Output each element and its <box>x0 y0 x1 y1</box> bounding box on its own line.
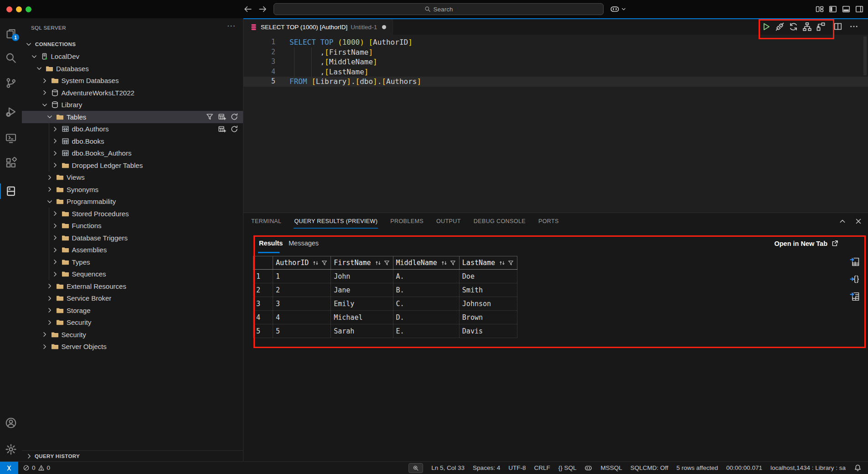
sort-updown-icon[interactable] <box>441 260 448 266</box>
estimated-plan-icon[interactable] <box>802 22 812 31</box>
more-actions-icon[interactable]: ··· <box>227 22 236 30</box>
grid-corner-cell[interactable] <box>253 256 273 270</box>
nav-forward-icon[interactable] <box>258 5 267 14</box>
grid-cell-lastname[interactable]: Brown <box>459 311 517 324</box>
chevron-right-icon[interactable] <box>41 89 48 96</box>
tree-item-stored-procedures[interactable]: Stored Procedures <box>22 208 243 220</box>
funnel-icon[interactable] <box>383 260 390 266</box>
tree-item-tables[interactable]: Tables <box>22 111 243 123</box>
activity-item-extensions[interactable] <box>0 155 22 171</box>
tree-item-connections[interactable]: CONNECTIONS <box>22 38 243 51</box>
command-center-search[interactable]: Search <box>274 3 604 15</box>
chevron-right-icon[interactable] <box>52 150 59 157</box>
tree-item-dbo-books-authors[interactable]: dbo.Books_Authors <box>22 147 243 160</box>
grid-cell-middlename[interactable]: B. <box>393 283 459 297</box>
grid-cell-middlename[interactable]: D. <box>393 311 459 324</box>
grid-cell-lastname[interactable]: Doe <box>459 270 517 283</box>
tree-item-security[interactable]: Security <box>22 317 243 329</box>
panel-tab-ports[interactable]: PORTS <box>538 214 559 229</box>
status-query-time[interactable]: 00:00:00.071 <box>726 464 762 471</box>
open-in-new-tab-button[interactable]: Open in New Tab <box>774 240 839 247</box>
funnel-icon[interactable] <box>507 260 514 266</box>
grid-column-header-firstname[interactable]: FirstName <box>331 256 393 270</box>
remote-indicator[interactable] <box>0 462 18 474</box>
tree-item-assemblies[interactable]: Assemblies <box>22 244 243 256</box>
chevron-right-icon[interactable] <box>41 331 48 338</box>
status-sqlcmd[interactable]: SQLCMD: Off <box>630 464 668 471</box>
chevron-right-icon[interactable] <box>46 282 53 290</box>
messages-tab[interactable]: Messages <box>289 240 319 247</box>
row-number-cell[interactable]: 4 <box>253 311 273 324</box>
filter-icon[interactable] <box>206 113 214 121</box>
tree-item-sequences[interactable]: Sequences <box>22 268 243 281</box>
copilot-menu[interactable] <box>610 4 626 14</box>
status-connection[interactable]: localhost,1434 : Library : sa <box>770 464 846 471</box>
chevron-down-icon[interactable] <box>36 65 43 72</box>
grid-row-3[interactable]: 33EmilyC.Johnson <box>253 297 517 311</box>
tree-item-dbo-books[interactable]: dbo.Books <box>22 135 243 147</box>
chevron-right-icon[interactable] <box>41 343 48 350</box>
notifications-icon[interactable] <box>854 464 862 472</box>
funnel-icon[interactable] <box>321 260 328 266</box>
refresh-icon[interactable] <box>230 125 238 133</box>
run-query-icon[interactable] <box>761 22 771 31</box>
more-actions-icon[interactable] <box>849 22 858 31</box>
grid-cell-lastname[interactable]: Davis <box>459 324 517 338</box>
panel-tab-debug-console[interactable]: DEBUG CONSOLE <box>473 214 526 229</box>
status-indentation[interactable]: Spaces: 4 <box>473 464 500 471</box>
macos-close-button[interactable] <box>6 6 12 12</box>
change-connection-icon[interactable] <box>789 22 798 31</box>
results-tab[interactable]: Results <box>259 240 283 247</box>
sort-updown-icon[interactable] <box>375 260 382 266</box>
customize-layout-icon[interactable] <box>815 5 824 14</box>
grid-row-2[interactable]: 22JaneB.Smith <box>253 283 517 297</box>
toggle-primary-sidebar-icon[interactable] <box>828 5 837 14</box>
tree-item-external-resources[interactable]: External Resources <box>22 280 243 292</box>
modified-dot-icon[interactable] <box>382 25 386 29</box>
tree-item-dbo-authors[interactable]: dbo.Authors <box>22 123 243 135</box>
code-line-2[interactable]: 2 ,[FirstName] <box>243 47 868 57</box>
status-eol[interactable]: CRLF <box>534 464 550 471</box>
status-language[interactable]: {} SQL <box>558 464 577 471</box>
grid-cell-middlename[interactable]: E. <box>393 324 459 338</box>
tree-item-server-objects[interactable]: Server Objects <box>22 341 243 353</box>
chevron-right-icon[interactable] <box>46 174 53 181</box>
row-number-cell[interactable]: 5 <box>253 324 273 338</box>
tree-item-types[interactable]: Types <box>22 256 243 268</box>
grid-cell-firstname[interactable]: Sarah <box>331 324 393 338</box>
toggle-secondary-sidebar-icon[interactable] <box>855 5 864 14</box>
grid-column-header-authorid[interactable]: AuthorID <box>273 256 331 270</box>
chevron-down-icon[interactable] <box>41 101 48 109</box>
grid-cell-firstname[interactable]: Jane <box>331 283 393 297</box>
activity-item-run-debug[interactable] <box>0 104 22 120</box>
status-encoding[interactable]: UTF-8 <box>508 464 526 471</box>
toggle-panel-icon[interactable] <box>842 5 851 14</box>
panel-tab-query-results-preview-[interactable]: QUERY RESULTS (PREVIEW) <box>294 214 378 229</box>
actual-plan-icon[interactable] <box>816 22 826 31</box>
funnel-icon[interactable] <box>450 260 456 266</box>
grid-cell-authorid[interactable]: 2 <box>273 283 331 297</box>
chevron-right-icon[interactable] <box>52 222 59 229</box>
activity-item-sql-server[interactable] <box>0 183 22 199</box>
grid-cell-middlename[interactable]: A. <box>393 270 459 283</box>
tree-item-programmability[interactable]: Programmability <box>22 196 243 208</box>
activity-item-settings[interactable] <box>0 442 22 457</box>
grid-cell-authorid[interactable]: 3 <box>273 297 331 311</box>
chevron-right-icon[interactable] <box>52 210 59 217</box>
editor-tab-active[interactable]: SELECT TOP (1000) [AuthorID] Untitled-1 <box>243 19 393 35</box>
close-panel-icon[interactable] <box>854 217 863 225</box>
tree-item-dropped-ledger-tables[interactable]: Dropped Ledger Tables <box>22 159 243 172</box>
chevron-right-icon[interactable] <box>46 319 53 326</box>
activity-item-remote-explorer[interactable] <box>0 130 22 146</box>
code-line-5[interactable]: 5FROM [Library].[dbo].[Authors] <box>243 77 868 87</box>
grid-row-1[interactable]: 11JohnA.Doe <box>253 270 517 283</box>
nav-back-icon[interactable] <box>243 5 253 14</box>
chevron-right-icon[interactable] <box>46 295 53 302</box>
table-new-icon[interactable] <box>218 125 226 133</box>
tree-item-adventureworkslt2022[interactable]: AdventureWorksLT2022 <box>22 87 243 99</box>
problems-status[interactable]: 0 0 <box>23 464 50 471</box>
table-new-icon[interactable] <box>218 113 226 121</box>
chevron-right-icon[interactable] <box>41 77 48 84</box>
disconnect-icon[interactable] <box>775 22 785 31</box>
tree-item-service-broker[interactable]: Service Broker <box>22 292 243 305</box>
